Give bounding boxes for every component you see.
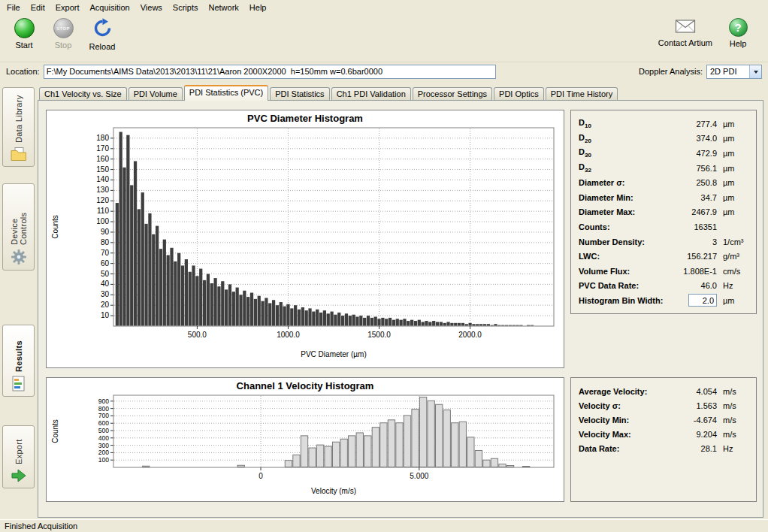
contact-artium-button[interactable]: Contact Artium bbox=[655, 17, 715, 50]
stat-row-d10: D10 277.4 µm bbox=[579, 116, 750, 131]
menu-file[interactable]: File bbox=[2, 2, 26, 14]
reload-icon bbox=[92, 18, 113, 40]
start-label: Start bbox=[15, 41, 32, 50]
svg-text:160: 160 bbox=[96, 155, 109, 163]
status-text: Finished Acquisition bbox=[5, 521, 77, 530]
sidebar-item-results[interactable]: Results bbox=[2, 325, 35, 397]
stop-button[interactable]: STOP Stop bbox=[47, 17, 80, 51]
sidebar-item-device-controls[interactable]: Device Controls bbox=[2, 183, 35, 271]
svg-text:80: 80 bbox=[101, 238, 110, 246]
tab-ch1-pdi-validation[interactable]: Ch1 PDI Validation bbox=[331, 87, 411, 100]
bar-chart-icon bbox=[11, 376, 26, 393]
tab-processor-settings[interactable]: Processor Settings bbox=[413, 87, 492, 100]
stat-row-data-rate: Data Rate: 28.1 Hz bbox=[579, 441, 750, 455]
tab-pdi-volume[interactable]: PDI Volume bbox=[129, 87, 183, 100]
svg-text:140: 140 bbox=[96, 175, 109, 183]
svg-text:100: 100 bbox=[98, 456, 109, 464]
svg-text:400: 400 bbox=[98, 434, 109, 442]
doppler-analysis-value: 2D PDI bbox=[710, 67, 736, 76]
menu-help[interactable]: Help bbox=[244, 2, 272, 14]
tab-strip: Ch1 Velocity vs. Size PDI Volume PDI Sta… bbox=[38, 84, 763, 100]
pvc-chart-title: PVC Diameter Histogram bbox=[47, 110, 564, 124]
menu-views[interactable]: Views bbox=[135, 2, 168, 14]
stop-icon: STOP bbox=[53, 18, 74, 38]
stat-row-d20: D20 374.0 µm bbox=[579, 131, 750, 147]
start-button[interactable]: Start bbox=[8, 17, 41, 51]
help-label: Help bbox=[730, 39, 747, 48]
stat-row-average-velocity: Average Velocity: 4.054 m/s bbox=[579, 384, 750, 398]
menu-bar: File Edit Export Acquisition Views Scrip… bbox=[0, 0, 768, 14]
doppler-analysis-label: Doppler Analysis: bbox=[639, 67, 703, 76]
velocity-statistics-panel: Average Velocity: 4.054 m/s Velocity σ: … bbox=[570, 377, 757, 502]
location-label: Location: bbox=[6, 67, 40, 76]
stat-row-velocity-min: Velocity Min: -4.674 m/s bbox=[579, 413, 750, 427]
pvc-diameter-histogram-panel: PVC Diameter Histogram 10203040506070809… bbox=[46, 110, 564, 368]
menu-export[interactable]: Export bbox=[50, 2, 85, 14]
toolbar-right: Contact Artium ? Help bbox=[655, 17, 760, 50]
stat-row-diameter-min: Diameter Min: 34.7 µm bbox=[579, 190, 750, 205]
svg-text:110: 110 bbox=[97, 207, 109, 215]
stat-row-pvc-data-rate: PVC Data Rate: 46.0 Hz bbox=[579, 279, 750, 294]
tab-ch1-velocity-vs-size[interactable]: Ch1 Velocity vs. Size bbox=[39, 87, 127, 100]
menu-edit[interactable]: Edit bbox=[26, 2, 50, 14]
svg-text:PVC Diameter (µm): PVC Diameter (µm) bbox=[301, 350, 366, 358]
location-input[interactable] bbox=[44, 65, 496, 79]
tab-pdi-optics[interactable]: PDI Optics bbox=[494, 87, 544, 100]
envelope-icon bbox=[675, 18, 696, 36]
svg-text:10: 10 bbox=[101, 311, 110, 319]
menu-scripts[interactable]: Scripts bbox=[168, 2, 204, 14]
chevron-down-icon bbox=[754, 71, 758, 76]
svg-text:600: 600 bbox=[98, 419, 109, 427]
velocity-histogram-panel: Channel 1 Velocity Histogram 10020030040… bbox=[46, 377, 564, 502]
start-icon bbox=[14, 18, 35, 38]
tab-content: PVC Diameter Histogram 10203040506070809… bbox=[38, 100, 763, 518]
svg-text:20: 20 bbox=[101, 301, 110, 309]
reload-button[interactable]: Reload bbox=[86, 17, 119, 53]
sidebar: Data Library Device Controls bbox=[2, 84, 35, 488]
svg-text:Counts: Counts bbox=[51, 215, 59, 239]
gear-icon bbox=[11, 249, 27, 267]
stat-row-histogram-bin-width: Histogram Bin Width: µm bbox=[579, 293, 750, 308]
stat-row-lwc: LWC: 156.217 g/m³ bbox=[579, 249, 750, 264]
tab-pdi-time-history[interactable]: PDI Time History bbox=[546, 87, 618, 100]
svg-text:1500.0: 1500.0 bbox=[367, 331, 391, 339]
stat-row-velocity-max: Velocity Max: 9.204 m/s bbox=[579, 427, 750, 441]
stat-row-diameter-max: Diameter Max: 2467.9 µm bbox=[579, 205, 750, 220]
svg-text:120: 120 bbox=[96, 196, 109, 204]
svg-text:500: 500 bbox=[98, 427, 109, 434]
toolbar: Start STOP Stop Reload Contact Artium bbox=[0, 14, 768, 62]
doppler-analysis-select[interactable]: 2D PDI bbox=[706, 65, 762, 79]
dropdown-arrow-button[interactable] bbox=[749, 65, 761, 78]
reload-label: Reload bbox=[89, 42, 116, 51]
svg-text:Counts: Counts bbox=[51, 419, 59, 443]
pvc-statistics-panel: D10 277.4 µm D20 374.0 µm D30 472.9 µm D… bbox=[570, 110, 757, 314]
content-area: Ch1 Velocity vs. Size PDI Volume PDI Sta… bbox=[38, 84, 763, 518]
svg-text:5.000: 5.000 bbox=[410, 472, 428, 480]
sidebar-item-data-library[interactable]: Data Library bbox=[2, 87, 35, 167]
sidebar-item-export[interactable]: Export bbox=[2, 425, 35, 488]
help-button[interactable]: ? Help bbox=[721, 17, 754, 50]
tab-pdi-statistics-pvc[interactable]: PDI Statistics (PVC) bbox=[184, 85, 268, 101]
svg-text:200: 200 bbox=[98, 449, 109, 456]
tab-pdi-statistics[interactable]: PDI Statistics bbox=[270, 87, 329, 100]
svg-text:170: 170 bbox=[96, 144, 109, 153]
export-arrow-icon bbox=[11, 468, 27, 485]
velocity-histogram-chart: 10020030040050060070080090005.000CountsV… bbox=[47, 392, 563, 497]
svg-text:150: 150 bbox=[96, 165, 109, 174]
stop-label: Stop bbox=[55, 41, 72, 50]
stat-row-volume-flux: Volume Flux: 1.808E-1 cm/s bbox=[579, 264, 750, 279]
stat-row-counts: Counts: 16351 bbox=[579, 219, 750, 234]
svg-text:900: 900 bbox=[98, 397, 109, 405]
menu-network[interactable]: Network bbox=[203, 2, 243, 14]
status-bar: Finished Acquisition bbox=[0, 519, 768, 532]
svg-text:90: 90 bbox=[101, 228, 110, 236]
svg-text:50: 50 bbox=[101, 270, 110, 278]
svg-text:60: 60 bbox=[101, 259, 110, 268]
svg-text:100: 100 bbox=[96, 217, 109, 225]
main-area: Data Library Device Controls bbox=[0, 81, 768, 519]
svg-text:Velocity (m/s): Velocity (m/s) bbox=[311, 487, 356, 495]
histogram-bin-width-input[interactable] bbox=[688, 294, 717, 307]
stat-row-diameter-sigma: Diameter σ: 250.8 µm bbox=[579, 175, 750, 190]
velocity-chart-title: Channel 1 Velocity Histogram bbox=[47, 378, 564, 391]
menu-acquisition[interactable]: Acquisition bbox=[85, 2, 135, 14]
